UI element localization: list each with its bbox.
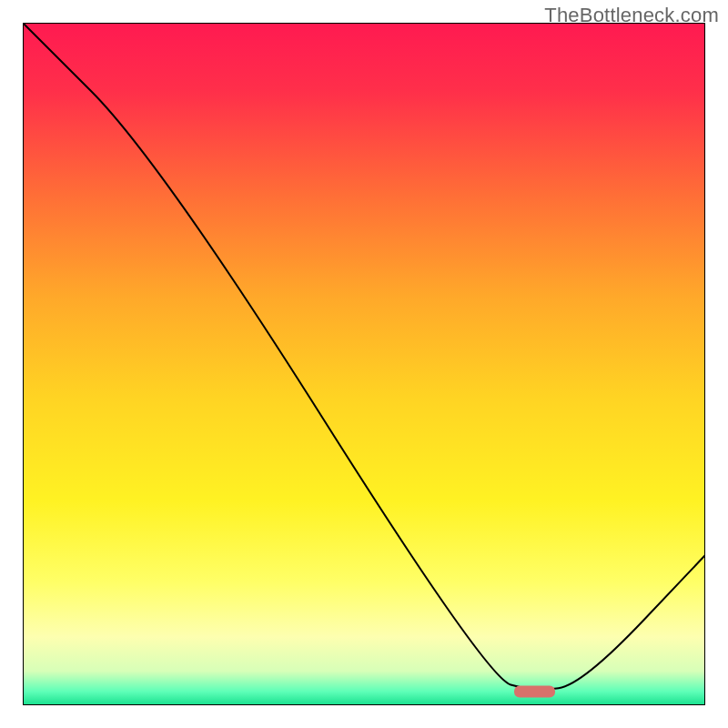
optimal-marker bbox=[514, 686, 555, 698]
chart-wrapper: TheBottleneck.com bbox=[0, 0, 728, 728]
gradient-background bbox=[23, 23, 705, 705]
chart-canvas bbox=[23, 23, 705, 705]
chart-svg bbox=[23, 23, 705, 705]
watermark-text: TheBottleneck.com bbox=[544, 4, 719, 27]
